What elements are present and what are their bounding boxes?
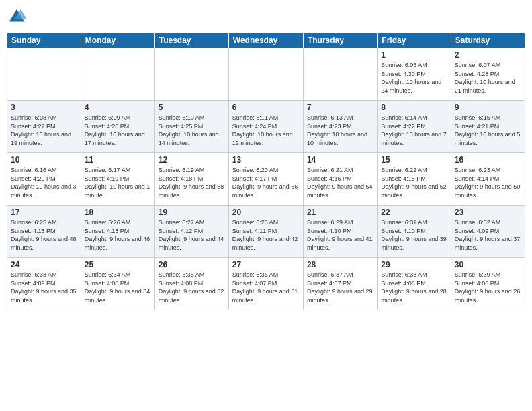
- day-info: Sunrise: 6:26 AM Sunset: 4:13 PM Dayligh…: [85, 218, 151, 252]
- day-number: 16: [455, 155, 521, 165]
- day-info: Sunrise: 6:32 AM Sunset: 4:09 PM Dayligh…: [455, 218, 521, 252]
- calendar-week-row: 24Sunrise: 6:33 AM Sunset: 4:09 PM Dayli…: [7, 258, 525, 310]
- calendar-cell: 4Sunrise: 6:09 AM Sunset: 4:26 PM Daylig…: [81, 101, 154, 153]
- day-number: 23: [455, 208, 521, 217]
- day-info: Sunrise: 6:11 AM Sunset: 4:24 PM Dayligh…: [232, 113, 300, 147]
- calendar-cell: 18Sunrise: 6:26 AM Sunset: 4:13 PM Dayli…: [81, 205, 154, 258]
- calendar-cell: 23Sunrise: 6:32 AM Sunset: 4:09 PM Dayli…: [451, 205, 525, 258]
- day-info: Sunrise: 6:22 AM Sunset: 4:15 PM Dayligh…: [381, 166, 447, 199]
- day-number: 6: [232, 103, 300, 112]
- logo-icon: [7, 7, 27, 27]
- page: Sunday Monday Tuesday Wednesday Thursday…: [0, 0, 532, 411]
- day-info: Sunrise: 6:35 AM Sunset: 4:08 PM Dayligh…: [159, 271, 225, 304]
- calendar-cell: [81, 48, 154, 101]
- calendar-cell: 17Sunrise: 6:25 AM Sunset: 4:13 PM Dayli…: [7, 205, 81, 258]
- day-number: 22: [381, 208, 447, 217]
- calendar-cell: 12Sunrise: 6:19 AM Sunset: 4:18 PM Dayli…: [154, 153, 228, 205]
- calendar-cell: 3Sunrise: 6:08 AM Sunset: 4:27 PM Daylig…: [7, 101, 81, 153]
- day-info: Sunrise: 6:21 AM Sunset: 4:16 PM Dayligh…: [307, 166, 373, 199]
- calendar-cell: 28Sunrise: 6:37 AM Sunset: 4:07 PM Dayli…: [303, 258, 377, 310]
- col-thursday: Thursday: [303, 33, 377, 48]
- day-info: Sunrise: 6:09 AM Sunset: 4:26 PM Dayligh…: [85, 113, 151, 147]
- day-number: 30: [455, 260, 521, 269]
- day-info: Sunrise: 6:20 AM Sunset: 4:17 PM Dayligh…: [232, 166, 300, 199]
- day-info: Sunrise: 6:16 AM Sunset: 4:20 PM Dayligh…: [11, 166, 77, 199]
- calendar-cell: 13Sunrise: 6:20 AM Sunset: 4:17 PM Dayli…: [228, 153, 303, 205]
- day-info: Sunrise: 6:13 AM Sunset: 4:23 PM Dayligh…: [307, 113, 373, 147]
- day-info: Sunrise: 6:33 AM Sunset: 4:09 PM Dayligh…: [11, 271, 77, 304]
- calendar-cell: 5Sunrise: 6:10 AM Sunset: 4:25 PM Daylig…: [154, 101, 228, 153]
- day-info: Sunrise: 6:29 AM Sunset: 4:10 PM Dayligh…: [307, 218, 373, 252]
- day-info: Sunrise: 6:05 AM Sunset: 4:30 PM Dayligh…: [381, 61, 447, 95]
- day-info: Sunrise: 6:25 AM Sunset: 4:13 PM Dayligh…: [11, 218, 77, 252]
- calendar-week-row: 1Sunrise: 6:05 AM Sunset: 4:30 PM Daylig…: [7, 48, 525, 101]
- calendar-cell: 25Sunrise: 6:34 AM Sunset: 4:08 PM Dayli…: [81, 258, 154, 310]
- calendar-cell: 29Sunrise: 6:38 AM Sunset: 4:06 PM Dayli…: [378, 258, 451, 310]
- calendar-cell: 1Sunrise: 6:05 AM Sunset: 4:30 PM Daylig…: [378, 48, 451, 101]
- day-info: Sunrise: 6:36 AM Sunset: 4:07 PM Dayligh…: [232, 271, 300, 304]
- day-number: 28: [307, 260, 373, 269]
- day-number: 1: [381, 50, 447, 60]
- calendar-cell: 6Sunrise: 6:11 AM Sunset: 4:24 PM Daylig…: [228, 101, 303, 153]
- day-info: Sunrise: 6:28 AM Sunset: 4:11 PM Dayligh…: [232, 218, 300, 252]
- calendar-table: Sunday Monday Tuesday Wednesday Thursday…: [7, 32, 525, 310]
- day-number: 15: [381, 155, 447, 165]
- day-number: 7: [307, 103, 373, 112]
- calendar-cell: 9Sunrise: 6:15 AM Sunset: 4:21 PM Daylig…: [451, 101, 525, 153]
- calendar-cell: [154, 48, 228, 101]
- calendar-week-row: 10Sunrise: 6:16 AM Sunset: 4:20 PM Dayli…: [7, 153, 525, 205]
- calendar-cell: 2Sunrise: 6:07 AM Sunset: 4:28 PM Daylig…: [451, 48, 525, 101]
- calendar-header-row: Sunday Monday Tuesday Wednesday Thursday…: [7, 33, 525, 48]
- calendar-week-row: 17Sunrise: 6:25 AM Sunset: 4:13 PM Dayli…: [7, 205, 525, 258]
- day-info: Sunrise: 6:17 AM Sunset: 4:19 PM Dayligh…: [85, 166, 151, 199]
- col-sunday: Sunday: [7, 33, 81, 48]
- day-number: 24: [11, 260, 77, 269]
- col-saturday: Saturday: [451, 33, 525, 48]
- day-number: 2: [455, 50, 521, 60]
- day-number: 13: [232, 155, 300, 165]
- day-info: Sunrise: 6:10 AM Sunset: 4:25 PM Dayligh…: [159, 113, 225, 147]
- day-info: Sunrise: 6:38 AM Sunset: 4:06 PM Dayligh…: [381, 271, 447, 304]
- day-info: Sunrise: 6:31 AM Sunset: 4:10 PM Dayligh…: [381, 218, 447, 252]
- calendar-cell: 16Sunrise: 6:23 AM Sunset: 4:14 PM Dayli…: [451, 153, 525, 205]
- day-number: 29: [381, 260, 447, 269]
- day-number: 5: [159, 103, 225, 112]
- day-info: Sunrise: 6:34 AM Sunset: 4:08 PM Dayligh…: [85, 271, 151, 304]
- col-monday: Monday: [81, 33, 154, 48]
- day-number: 19: [159, 208, 225, 217]
- day-info: Sunrise: 6:27 AM Sunset: 4:12 PM Dayligh…: [159, 218, 225, 252]
- day-number: 25: [85, 260, 151, 269]
- calendar-cell: [303, 48, 377, 101]
- calendar-cell: 8Sunrise: 6:14 AM Sunset: 4:22 PM Daylig…: [378, 101, 451, 153]
- day-number: 4: [85, 103, 151, 112]
- day-info: Sunrise: 6:23 AM Sunset: 4:14 PM Dayligh…: [455, 166, 521, 199]
- calendar-cell: 20Sunrise: 6:28 AM Sunset: 4:11 PM Dayli…: [228, 205, 303, 258]
- calendar-cell: 22Sunrise: 6:31 AM Sunset: 4:10 PM Dayli…: [378, 205, 451, 258]
- calendar-cell: 19Sunrise: 6:27 AM Sunset: 4:12 PM Dayli…: [154, 205, 228, 258]
- calendar-cell: 27Sunrise: 6:36 AM Sunset: 4:07 PM Dayli…: [228, 258, 303, 310]
- calendar-cell: 7Sunrise: 6:13 AM Sunset: 4:23 PM Daylig…: [303, 101, 377, 153]
- day-number: 3: [11, 103, 77, 112]
- day-number: 18: [85, 208, 151, 217]
- day-info: Sunrise: 6:37 AM Sunset: 4:07 PM Dayligh…: [307, 271, 373, 304]
- day-number: 11: [85, 155, 151, 165]
- day-info: Sunrise: 6:08 AM Sunset: 4:27 PM Dayligh…: [11, 113, 77, 147]
- header: [7, 7, 525, 27]
- day-info: Sunrise: 6:07 AM Sunset: 4:28 PM Dayligh…: [455, 61, 521, 95]
- day-number: 20: [232, 208, 300, 217]
- day-number: 8: [381, 103, 447, 112]
- calendar-cell: 24Sunrise: 6:33 AM Sunset: 4:09 PM Dayli…: [7, 258, 81, 310]
- calendar-cell: [7, 48, 81, 101]
- day-number: 12: [159, 155, 225, 165]
- col-friday: Friday: [378, 33, 451, 48]
- calendar-cell: [228, 48, 303, 101]
- calendar-cell: 15Sunrise: 6:22 AM Sunset: 4:15 PM Dayli…: [378, 153, 451, 205]
- day-number: 10: [11, 155, 77, 165]
- day-number: 17: [11, 208, 77, 217]
- day-number: 21: [307, 208, 373, 217]
- col-tuesday: Tuesday: [154, 33, 228, 48]
- calendar-week-row: 3Sunrise: 6:08 AM Sunset: 4:27 PM Daylig…: [7, 101, 525, 153]
- day-number: 26: [159, 260, 225, 269]
- day-info: Sunrise: 6:15 AM Sunset: 4:21 PM Dayligh…: [455, 113, 521, 147]
- logo: [7, 7, 30, 27]
